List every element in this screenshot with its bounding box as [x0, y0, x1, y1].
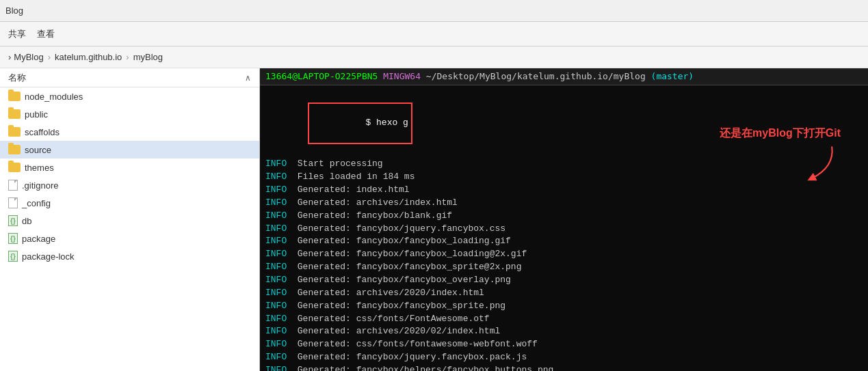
json-icon: {}: [8, 233, 18, 244]
file-item[interactable]: {}package: [0, 230, 259, 247]
main-content: 名称 ∧ node_modulespublicscaffoldssourceth…: [0, 68, 868, 371]
file-column-name: 名称: [8, 72, 26, 84]
log-line: INFO Generated: css/fonts/fontawesome-we…: [265, 338, 863, 351]
window-title: Blog: [5, 5, 23, 16]
window-title-bar: Blog: [0, 0, 868, 22]
file-name: .gitignore: [22, 180, 58, 191]
breadcrumb-item-1[interactable]: MyBlog: [14, 52, 43, 62]
json-icon: {}: [8, 215, 18, 226]
log-line: INFO Generated: fancybox/fancybox_loadin…: [265, 235, 863, 248]
file-name: package: [22, 234, 55, 244]
file-item[interactable]: {}db: [0, 212, 259, 230]
terminal-path: ~/Desktop/MyBlog/katelum.github.io/myBlo…: [426, 70, 646, 83]
command-text: $ hexo g: [365, 118, 408, 128]
log-line: INFO Generated: fancybox/fancybox_sprite…: [265, 300, 863, 313]
log-line: INFO Generated: fancybox/fancybox_loadin…: [265, 248, 863, 261]
annotation-text: 还是在myBlog下打开Git: [720, 126, 841, 141]
terminal-branch: (master): [651, 70, 694, 83]
file-list: node_modulespublicscaffoldssourcethemes.…: [0, 87, 259, 371]
file-panel-header: 名称 ∧: [0, 68, 259, 87]
log-line: INFO Generated: archives/2020/index.html: [265, 287, 863, 300]
json-icon: {}: [8, 251, 18, 262]
annotation-container: 还是在myBlog下打开Git: [720, 126, 841, 184]
folder-icon: [8, 163, 21, 172]
terminal-shell: MINGW64: [383, 70, 421, 83]
file-name: _config: [22, 198, 51, 208]
terminal-title-bar: 13664@LAPTOP-O225PBN5 MINGW64 ~/Desktop/…: [260, 68, 868, 85]
log-line: INFO Generated: fancybox/fancybox_overla…: [265, 274, 863, 287]
file-name: package-lock: [22, 251, 75, 262]
file-item[interactable]: themes: [0, 159, 259, 176]
log-line: INFO Generated: index.html: [265, 184, 863, 197]
toolbar-share[interactable]: 共享: [8, 28, 26, 40]
folder-icon: [8, 127, 21, 137]
file-item[interactable]: _config: [0, 194, 259, 212]
doc-icon: [8, 180, 18, 191]
file-item[interactable]: public: [0, 105, 259, 123]
breadcrumb-item-3[interactable]: myBlog: [133, 52, 163, 62]
toolbar-view[interactable]: 查看: [37, 28, 55, 40]
log-line: INFO Generated: fancybox/blank.gif: [265, 210, 863, 223]
file-name: scaffolds: [25, 127, 60, 137]
file-name: public: [25, 109, 48, 120]
log-line: INFO Generated: fancybox/jquery.fancybox…: [265, 223, 863, 236]
file-name: node_modules: [25, 92, 83, 102]
log-line: INFO Generated: archives/index.html: [265, 197, 863, 210]
terminal-user-host: 13664@LAPTOP-O225PBN5: [265, 70, 378, 83]
file-item[interactable]: .gitignore: [0, 176, 259, 194]
log-line: INFO Generated: fancybox/helpers/fancybo…: [265, 364, 863, 371]
terminal-log: INFO Start processingINFO Files loaded i…: [265, 158, 863, 371]
log-line: INFO Generated: fancybox/fancybox_sprite…: [265, 261, 863, 274]
log-line: INFO Generated: fancybox/jquery.fancybox…: [265, 351, 863, 364]
breadcrumb: › MyBlog › katelum.github.io › myBlog: [0, 46, 868, 68]
log-line: INFO Generated: css/fonts/FontAwesome.ot…: [265, 313, 863, 326]
command-box: $ hexo g: [308, 102, 412, 144]
file-name: db: [22, 216, 31, 226]
file-panel: 名称 ∧ node_modulespublicscaffoldssourceth…: [0, 68, 260, 371]
doc-icon: [8, 197, 18, 208]
folder-icon: [8, 145, 21, 154]
breadcrumb-arrow: ›: [8, 52, 11, 62]
file-item[interactable]: source: [0, 141, 259, 159]
log-line: INFO Generated: archives/2020/02/index.h…: [265, 325, 863, 338]
file-name: source: [25, 145, 51, 155]
file-item[interactable]: {}package-lock: [0, 247, 259, 265]
file-name: themes: [25, 163, 54, 173]
sort-arrow-icon[interactable]: ∧: [245, 73, 251, 83]
folder-icon: [8, 109, 21, 119]
annotation-arrow-icon: [800, 143, 841, 184]
breadcrumb-item-2[interactable]: katelum.github.io: [55, 52, 122, 62]
file-item[interactable]: scaffolds: [0, 123, 259, 141]
terminal-panel[interactable]: $ hexo g INFO Start processingINFO Files…: [260, 85, 868, 371]
file-item[interactable]: node_modules: [0, 87, 259, 105]
toolbar: 共享 查看: [0, 22, 868, 46]
folder-icon: [8, 92, 21, 101]
